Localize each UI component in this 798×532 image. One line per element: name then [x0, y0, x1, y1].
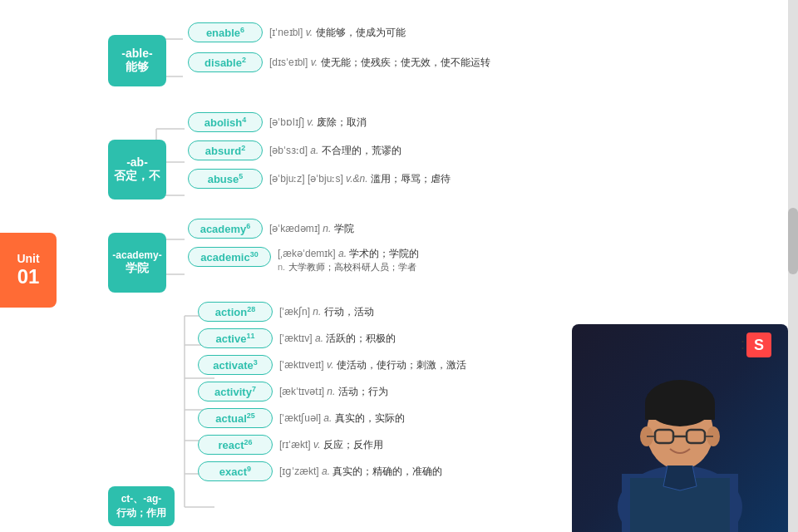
able-line1: -able-	[121, 47, 152, 60]
absurd-def: [əbˈsɜːd] a. 不合理的，荒谬的	[269, 144, 401, 158]
disable-meaning: 使无能；使残疾；使无效，使不能运转	[321, 57, 490, 68]
action-meaning: 行动，活动	[324, 306, 374, 318]
academic-sup: 30	[250, 250, 259, 259]
dots-text: :	[741, 336, 745, 352]
abolish-meaning: 废除；取消	[317, 116, 367, 128]
actual-def: [ˈæktʃuəl] a. 真实的，实际的	[279, 411, 405, 426]
word-academy: academy6	[188, 219, 263, 239]
exact-sup: 9	[247, 465, 251, 473]
word-disable: disable2	[188, 52, 263, 72]
action-sup: 28	[247, 305, 255, 313]
word-absurd: absurd2	[188, 140, 263, 160]
academy-section: -academy- 学院 academy6 [əˈkædəmɪ] n. 学院 a…	[108, 214, 419, 293]
abolish-pos: v.	[307, 116, 313, 128]
academic-def: [ˌækəˈdemɪk] a. 学术的；学院的 n. 大学教师；高校科研人员；学…	[278, 247, 419, 273]
abuse-sup: 5	[239, 172, 243, 180]
word-action: action28	[198, 302, 273, 322]
word-row-action: action28 [ˈækʃn] n. 行动，活动	[198, 300, 466, 323]
able-section: -able- 能够 enable6 [ɪˈneɪbl] v. 使能够，使成为可能…	[108, 18, 490, 86]
word-activate: activate3	[198, 355, 273, 375]
abuse-meaning: 滥用；辱骂；虐待	[371, 173, 451, 185]
activity-meaning: 活动；行为	[338, 386, 388, 397]
unit-badge: Unit 01	[0, 233, 57, 308]
word-abolish: abolish4	[188, 112, 263, 132]
react-def: [rɪˈækt] v. 反应；反作用	[279, 438, 383, 452]
ct-ag-line2: 行动；作用	[116, 506, 166, 520]
active-pos: a.	[315, 332, 323, 344]
academy-line2: 学院	[126, 261, 149, 276]
actual-phonetic: [ˈæktʃuəl]	[279, 412, 321, 424]
word-row-academic: academic30 [ˌækəˈdemɪk] a. 学术的；学院的 n. 大学…	[188, 247, 419, 273]
academic-row-inner: academic30 [ˌækəˈdemɪk] a. 学术的；学院的 n. 大学…	[188, 247, 419, 273]
exact-def: [ɪɡˈzækt] a. 真实的；精确的，准确的	[279, 465, 442, 479]
word-row-abuse: abuse5 [əˈbjuːz] [əˈbjuːs] v.&n. 滥用；辱骂；虐…	[188, 167, 451, 190]
activate-meaning: 使活动，使行动；刺激，激活	[337, 359, 466, 371]
activity-sup: 7	[252, 385, 256, 393]
disable-phonetic: [dɪsˈeɪbl]	[269, 57, 308, 68]
word-exact: exact9	[198, 461, 273, 481]
academy-phonetic: [əˈkædəmɪ]	[269, 223, 320, 234]
academic-meaning: 学术的；学院的	[349, 248, 419, 259]
ab-line2: 否定，不	[114, 169, 160, 184]
word-row-exact: exact9 [ɪɡˈzækt] a. 真实的；精确的，准确的	[198, 460, 466, 483]
abolish-def: [əˈbɒlɪʃ] v. 废除；取消	[269, 116, 367, 130]
active-meaning: 活跃的；积极的	[326, 332, 396, 344]
activity-phonetic: [ækˈtɪvətɪ]	[279, 386, 324, 397]
activate-pos: v.	[327, 359, 333, 371]
ab-words: abolish4 [əˈbɒlɪʃ] v. 废除；取消 absurd2 [əbˈ…	[188, 108, 451, 193]
activate-def: [ˈæktɪveɪt] v. 使活动，使行动；刺激，激活	[279, 358, 466, 372]
able-line2: 能够	[126, 60, 149, 75]
word-row-actual: actual25 [ˈæktʃuəl] a. 真实的，实际的	[198, 406, 466, 430]
action-pos: n.	[313, 306, 321, 318]
react-meaning: 反应；反作用	[323, 439, 383, 451]
disable-pos: v.	[311, 57, 318, 68]
exact-meaning: 真实的；精确的，准确的	[332, 466, 442, 477]
abuse-pos: v.&n.	[346, 173, 367, 185]
ab-node: -ab- 否定，不	[108, 140, 166, 200]
disable-def: [dɪsˈeɪbl] v. 使无能；使残疾；使无效，使不能运转	[269, 56, 490, 70]
academy-words: academy6 [əˈkædəmɪ] n. 学院 academic30 [ˌæ…	[188, 214, 419, 276]
abolish-phonetic: [əˈbɒlɪʃ]	[269, 116, 304, 128]
word-row-academy: academy6 [əˈkædəmɪ] n. 学院	[188, 217, 419, 240]
action-phonetic: [ˈækʃn]	[279, 306, 310, 318]
exact-phonetic: [ɪɡˈzækt]	[279, 466, 319, 477]
unit-label: Unit	[17, 252, 39, 265]
enable-sup: 6	[240, 26, 244, 34]
word-abuse: abuse5	[188, 169, 263, 189]
actual-meaning: 真实的，实际的	[335, 412, 405, 424]
ab-section: -ab- 否定，不 abolish4 [əˈbɒlɪʃ] v. 废除；取消 ab…	[108, 108, 451, 200]
scrollbar-thumb[interactable]	[788, 208, 798, 274]
academic-pos: a.	[338, 248, 347, 259]
abolish-sup: 4	[242, 116, 246, 124]
exact-pos: a.	[322, 466, 330, 477]
academy-pos: n.	[323, 223, 331, 234]
word-row-activity: activity7 [ækˈtɪvətɪ] n. 活动；行为	[198, 380, 466, 403]
main-container: Unit 01 -able- 能够 enable6 [ɪˈneɪbl] v. 使…	[0, 0, 798, 532]
word-row-enable: enable6 [ɪˈneɪbl] v. 使能够，使成为可能	[188, 21, 490, 44]
scrollbar[interactable]	[788, 0, 798, 532]
bottom-node: ct-、-ag- 行动；作用	[108, 486, 175, 526]
actual-sup: 25	[247, 411, 255, 420]
act-section: action28 [ˈækʃn] n. 行动，活动 active11 [ˈækt…	[198, 298, 466, 485]
word-row-active: active11 [ˈæktɪv] a. 活跃的；积极的	[198, 327, 466, 350]
word-actual: actual25	[198, 408, 273, 428]
absurd-pos: a.	[310, 145, 318, 156]
actual-pos: a.	[323, 412, 332, 424]
academy-def: [əˈkædəmɪ] n. 学院	[269, 222, 354, 236]
academy-line1: -academy-	[112, 249, 161, 261]
ct-ag-node: ct-、-ag- 行动；作用	[108, 486, 175, 526]
word-enable: enable6	[188, 22, 263, 42]
activity-def: [ækˈtɪvətɪ] n. 活动；行为	[279, 385, 388, 399]
academy-meaning: 学院	[334, 223, 354, 234]
academy-node: -academy- 学院	[108, 233, 166, 293]
academic-phonetic: [ˌækəˈdemɪk]	[278, 248, 336, 259]
react-phonetic: [rɪˈækt]	[279, 439, 311, 451]
active-phonetic: [ˈæktɪv]	[279, 332, 313, 344]
ab-line1: -ab-	[126, 155, 148, 169]
word-row-abolish: abolish4 [əˈbɒlɪʃ] v. 废除；取消	[188, 111, 451, 134]
enable-meaning: 使能够，使成为可能	[316, 27, 406, 38]
word-react: react26	[198, 435, 273, 455]
abuse-def: [əˈbjuːz] [əˈbjuːs] v.&n. 滥用；辱骂；虐待	[269, 172, 451, 186]
abuse-phonetic2: [əˈbjuːs]	[308, 173, 343, 185]
word-row-activate: activate3 [ˈæktɪveɪt] v. 使活动，使行动；刺激，激活	[198, 353, 466, 377]
